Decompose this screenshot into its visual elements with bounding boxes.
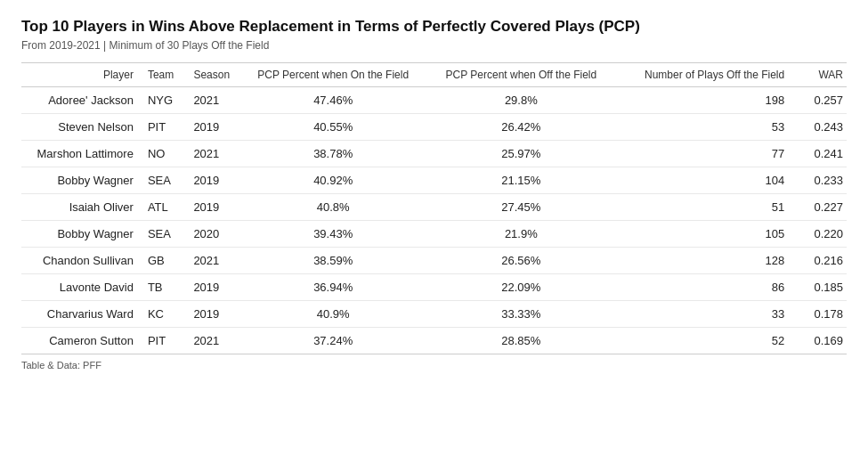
cell-pcp-off: 26.56% [425,248,617,274]
table-row: Bobby WagnerSEA202039.43%21.9%1050.220 [21,221,847,248]
cell-plays: 52 [617,328,791,354]
cell-season: 2021 [186,87,241,114]
cell-war: 0.227 [791,194,847,221]
table-row: Marshon LattimoreNO202138.78%25.97%770.2… [21,141,847,167]
cell-player: Charvarius Ward [21,301,141,328]
cell-plays: 104 [617,167,791,194]
col-header-season: Season [186,63,241,87]
cell-pcp-on: 37.24% [241,328,425,354]
cell-pcp-off: 26.42% [425,114,617,141]
table-row: Adoree' JacksonNYG202147.46%29.8%1980.25… [21,87,847,114]
cell-season: 2019 [186,301,241,328]
cell-player: Lavonte David [21,274,141,301]
cell-season: 2021 [186,141,241,167]
col-header-team: Team [141,63,187,87]
cell-pcp-on: 39.43% [241,221,425,248]
cell-season: 2019 [186,194,241,221]
cell-pcp-off: 22.09% [425,274,617,301]
cell-season: 2021 [186,248,241,274]
col-header-pcp-on: PCP Percent when On the Field [241,63,425,87]
cell-team: GB [141,248,187,274]
cell-plays: 86 [617,274,791,301]
cell-plays: 51 [617,194,791,221]
table-row: Bobby WagnerSEA201940.92%21.15%1040.233 [21,167,847,194]
cell-war: 0.257 [791,87,847,114]
cell-pcp-on: 40.92% [241,167,425,194]
cell-pcp-on: 40.8% [241,194,425,221]
cell-player: Adoree' Jackson [21,87,141,114]
table-row: Lavonte DavidTB201936.94%22.09%860.185 [21,274,847,301]
cell-plays: 128 [617,248,791,274]
cell-plays: 198 [617,87,791,114]
cell-pcp-off: 29.8% [425,87,617,114]
cell-pcp-off: 27.45% [425,194,617,221]
cell-player: Steven Nelson [21,114,141,141]
table-row: Chandon SullivanGB202138.59%26.56%1280.2… [21,248,847,274]
col-header-player: Player [21,63,141,87]
cell-war: 0.178 [791,301,847,328]
cell-player: Chandon Sullivan [21,248,141,274]
page-title: Top 10 Players in Wins Above Replacement… [21,18,847,36]
cell-player: Bobby Wagner [21,167,141,194]
cell-player: Isaiah Oliver [21,194,141,221]
cell-player: Cameron Sutton [21,328,141,354]
cell-war: 0.169 [791,328,847,354]
cell-plays: 105 [617,221,791,248]
table-row: Charvarius WardKC201940.9%33.33%330.178 [21,301,847,328]
table-row: Cameron SuttonPIT202137.24%28.85%520.169 [21,328,847,354]
cell-pcp-off: 25.97% [425,141,617,167]
cell-plays: 53 [617,114,791,141]
cell-team: SEA [141,167,187,194]
cell-pcp-off: 28.85% [425,328,617,354]
cell-team: SEA [141,221,187,248]
stats-table: Player Team Season PCP Percent when On t… [21,62,847,354]
cell-team: PIT [141,328,187,354]
cell-pcp-on: 47.46% [241,87,425,114]
cell-war: 0.241 [791,141,847,167]
cell-war: 0.233 [791,167,847,194]
cell-season: 2020 [186,221,241,248]
cell-war: 0.220 [791,221,847,248]
cell-war: 0.243 [791,114,847,141]
cell-plays: 77 [617,141,791,167]
cell-team: KC [141,301,187,328]
cell-pcp-on: 36.94% [241,274,425,301]
table-header-row: Player Team Season PCP Percent when On t… [21,63,847,87]
cell-pcp-off: 33.33% [425,301,617,328]
cell-pcp-on: 38.59% [241,248,425,274]
cell-season: 2019 [186,114,241,141]
footer-note: Table & Data: PFF [21,360,847,370]
page-subtitle: From 2019-2021 | Minimum of 30 Plays Off… [21,39,847,52]
table-row: Isaiah OliverATL201940.8%27.45%510.227 [21,194,847,221]
table-row: Steven NelsonPIT201940.55%26.42%530.243 [21,114,847,141]
cell-player: Marshon Lattimore [21,141,141,167]
cell-war: 0.185 [791,274,847,301]
cell-war: 0.216 [791,248,847,274]
cell-team: TB [141,274,187,301]
cell-team: NO [141,141,187,167]
cell-pcp-on: 40.55% [241,114,425,141]
col-header-pcp-off: PCP Percent when Off the Field [425,63,617,87]
cell-season: 2021 [186,328,241,354]
cell-team: ATL [141,194,187,221]
col-header-plays: Number of Plays Off the Field [617,63,791,87]
cell-pcp-off: 21.15% [425,167,617,194]
cell-pcp-on: 38.78% [241,141,425,167]
cell-team: PIT [141,114,187,141]
cell-team: NYG [141,87,187,114]
cell-season: 2019 [186,167,241,194]
cell-player: Bobby Wagner [21,221,141,248]
cell-pcp-off: 21.9% [425,221,617,248]
col-header-war: WAR [791,63,847,87]
cell-season: 2019 [186,274,241,301]
cell-plays: 33 [617,301,791,328]
cell-pcp-on: 40.9% [241,301,425,328]
